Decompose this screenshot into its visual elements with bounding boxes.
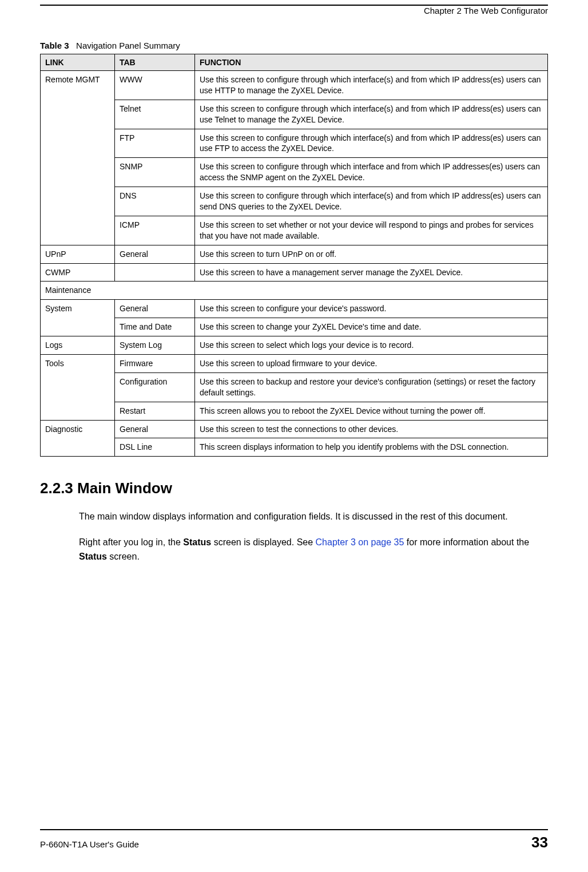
header-function: FUNCTION bbox=[195, 54, 548, 71]
cell-function: Use this screen to change your ZyXEL Dev… bbox=[195, 318, 548, 336]
table-row: System General Use this screen to config… bbox=[41, 300, 548, 318]
cell-function: Use this screen to select which logs you… bbox=[195, 336, 548, 355]
paragraph: The main window displays information and… bbox=[79, 510, 548, 524]
table-row: UPnP General Use this screen to turn UPn… bbox=[41, 245, 548, 263]
text-bold: Status bbox=[79, 552, 107, 561]
cell-tab: FTP bbox=[115, 129, 195, 158]
cell-tab: Firmware bbox=[115, 355, 195, 373]
table-row: CWMP Use this screen to have a managemen… bbox=[41, 263, 548, 282]
cell-link: CWMP bbox=[41, 263, 115, 282]
cell-function: Use this screen to configure through whi… bbox=[195, 129, 548, 158]
table-row: Logs System Log Use this screen to selec… bbox=[41, 336, 548, 355]
text-bold: Status bbox=[183, 537, 211, 547]
paragraph: Right after you log in, the Status scree… bbox=[79, 536, 548, 564]
cell-tab: General bbox=[115, 420, 195, 438]
document-page: Chapter 2 The Web Configurator Table 3 N… bbox=[0, 0, 588, 872]
table-row: Telnet Use this screen to configure thro… bbox=[41, 100, 548, 129]
header-tab: TAB bbox=[115, 54, 195, 71]
cell-tab: SNMP bbox=[115, 158, 195, 187]
cell-function: Use this screen to upload firmware to yo… bbox=[195, 355, 548, 373]
cell-tab: Telnet bbox=[115, 100, 195, 129]
cell-link: UPnP bbox=[41, 245, 115, 263]
cell-tab: DSL Line bbox=[115, 438, 195, 457]
cell-tab: ICMP bbox=[115, 216, 195, 245]
header-link: LINK bbox=[41, 54, 115, 71]
cell-tab bbox=[115, 263, 195, 282]
cell-function: This screen allows you to reboot the ZyX… bbox=[195, 402, 548, 420]
cell-tab: Time and Date bbox=[115, 318, 195, 336]
cell-function: Use this screen to set whether or not yo… bbox=[195, 216, 548, 245]
table-row: DSL Line This screen displays informatio… bbox=[41, 438, 548, 457]
cross-reference-link[interactable]: Chapter 3 on page 35 bbox=[316, 537, 404, 547]
cell-function: Use this screen to configure through whi… bbox=[195, 100, 548, 129]
text-run: screen. bbox=[107, 552, 140, 561]
table-caption: Table 3 Navigation Panel Summary bbox=[40, 41, 548, 50]
table-row: SNMP Use this screen to configure throug… bbox=[41, 158, 548, 187]
table-row: ICMP Use this screen to set whether or n… bbox=[41, 216, 548, 245]
cell-function: Use this screen to turn UPnP on or off. bbox=[195, 245, 548, 263]
table-row: Diagnostic General Use this screen to te… bbox=[41, 420, 548, 438]
cell-function: Use this screen to configure your device… bbox=[195, 300, 548, 318]
cell-tab: General bbox=[115, 300, 195, 318]
chapter-header: Chapter 2 The Web Configurator bbox=[40, 5, 548, 18]
cell-function: Use this screen to configure through whi… bbox=[195, 158, 548, 187]
cell-link: Logs bbox=[41, 336, 115, 355]
footer-rule bbox=[40, 829, 548, 830]
table-title: Navigation Panel Summary bbox=[76, 41, 180, 50]
section-heading: 2.2.3 Main Window bbox=[40, 479, 548, 497]
page-footer: P-660N-T1A User's Guide 33 bbox=[40, 829, 548, 851]
cell-link: System bbox=[41, 300, 115, 336]
cell-function: Use this screen to test the connections … bbox=[195, 420, 548, 438]
cell-tab: Configuration bbox=[115, 372, 195, 402]
cell-function: Use this screen to configure through whi… bbox=[195, 71, 548, 100]
cell-function: Use this screen to configure through whi… bbox=[195, 187, 548, 216]
table-header-row: LINK TAB FUNCTION bbox=[41, 54, 548, 71]
cell-section: Maintenance bbox=[41, 282, 548, 300]
cell-tab: WWW bbox=[115, 71, 195, 100]
text-run: screen is displayed. See bbox=[211, 537, 315, 547]
cell-tab: DNS bbox=[115, 187, 195, 216]
chapter-title: Chapter 2 The Web Configurator bbox=[418, 6, 548, 15]
cell-function: This screen displays information to help… bbox=[195, 438, 548, 457]
text-run: Right after you log in, the bbox=[79, 537, 183, 547]
cell-link: Diagnostic bbox=[41, 420, 115, 457]
cell-tab: System Log bbox=[115, 336, 195, 355]
table-row: Remote MGMT WWW Use this screen to confi… bbox=[41, 71, 548, 100]
cell-tab: Restart bbox=[115, 402, 195, 420]
table-row: Configuration Use this screen to backup … bbox=[41, 372, 548, 402]
table-row: Maintenance bbox=[41, 282, 548, 300]
footer-page-number: 33 bbox=[531, 834, 548, 851]
cell-tab: General bbox=[115, 245, 195, 263]
navigation-summary-table: LINK TAB FUNCTION Remote MGMT WWW Use th… bbox=[40, 54, 548, 457]
cell-link: Remote MGMT bbox=[41, 71, 115, 245]
table-row: Tools Firmware Use this screen to upload… bbox=[41, 355, 548, 373]
table-row: Time and Date Use this screen to change … bbox=[41, 318, 548, 336]
cell-function: Use this screen to backup and restore yo… bbox=[195, 372, 548, 402]
text-run: for more information about the bbox=[404, 537, 529, 547]
table-row: FTP Use this screen to configure through… bbox=[41, 129, 548, 158]
table-row: Restart This screen allows you to reboot… bbox=[41, 402, 548, 420]
cell-link: Tools bbox=[41, 355, 115, 421]
table-row: DNS Use this screen to configure through… bbox=[41, 187, 548, 216]
footer-guide-title: P-660N-T1A User's Guide bbox=[40, 839, 139, 849]
cell-function: Use this screen to have a management ser… bbox=[195, 263, 548, 282]
table-label: Table 3 bbox=[40, 41, 69, 50]
